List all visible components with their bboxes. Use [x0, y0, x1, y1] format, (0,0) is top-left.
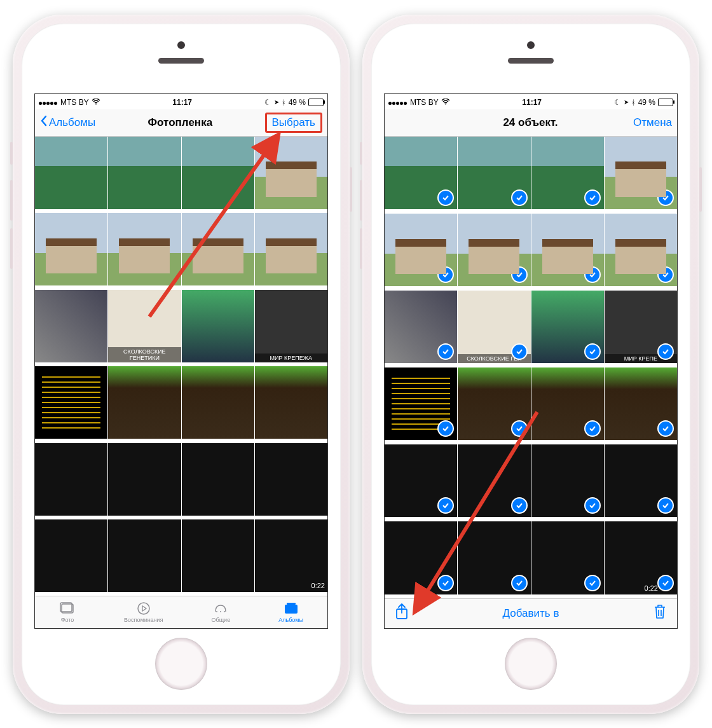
photo-thumb[interactable] — [385, 137, 457, 209]
photo-grid[interactable]: СКОЛКОВСКИЕ ГЕНЕТИКИ МИР КРЕПЕЖА 0:22 — [35, 137, 327, 596]
photo-thumb[interactable]: СКОЛКОВСКИЕ ГЕН — [458, 291, 530, 363]
svg-point-5 — [220, 611, 221, 612]
photo-thumb[interactable] — [255, 443, 327, 516]
photo-thumb[interactable] — [182, 290, 254, 362]
photo-thumb[interactable] — [458, 137, 530, 209]
photo-thumb[interactable] — [108, 137, 181, 209]
photo-thumb[interactable] — [605, 214, 677, 286]
check-icon — [584, 497, 601, 514]
home-button[interactable] — [505, 638, 557, 690]
photo-thumb[interactable] — [35, 137, 107, 209]
photo-thumb[interactable] — [531, 367, 604, 440]
check-icon — [437, 420, 454, 437]
nav-bar: Альбомы Фотопленка Выбрать — [35, 109, 327, 137]
photo-thumb[interactable] — [35, 519, 107, 592]
shared-tab-icon — [212, 601, 229, 615]
moon-icon: ☾ — [264, 98, 271, 107]
tab-label: Фото — [61, 617, 74, 623]
delete-button[interactable] — [653, 603, 667, 623]
photos-tab-icon — [59, 601, 76, 615]
photo-thumb[interactable] — [531, 521, 604, 594]
check-icon — [511, 575, 528, 591]
wifi-icon — [441, 98, 450, 107]
battery-icon — [658, 99, 673, 106]
check-icon — [437, 266, 454, 283]
photo-thumb[interactable] — [108, 366, 181, 439]
select-button[interactable]: Выбрать — [265, 113, 322, 133]
photo-thumb[interactable] — [255, 366, 327, 439]
bluetooth-icon: ᚼ — [282, 99, 286, 106]
photo-thumb[interactable] — [531, 214, 604, 286]
check-icon — [437, 343, 454, 360]
photo-thumb[interactable]: МИР КРЕПЕ — [605, 291, 677, 363]
photo-grid[interactable]: СКОЛКОВСКИЕ ГЕН МИР КРЕПЕ 0:22 — [385, 137, 677, 598]
photo-thumb[interactable] — [605, 137, 677, 209]
check-icon — [657, 497, 674, 514]
photo-thumb[interactable] — [385, 214, 457, 286]
phone-mockup-left: MTS BY 11:17 ☾ ➤ ᚼ 49 % Альбомы Фот — [13, 15, 350, 714]
photo-thumb[interactable]: 0:22 — [605, 521, 677, 594]
screen-left: MTS BY 11:17 ☾ ➤ ᚼ 49 % Альбомы Фот — [34, 93, 328, 629]
check-icon — [511, 343, 528, 360]
share-button[interactable] — [395, 603, 409, 624]
photo-thumb[interactable] — [108, 213, 181, 285]
tab-shared[interactable]: Общие — [212, 601, 231, 623]
home-button[interactable] — [155, 638, 207, 690]
photo-thumb[interactable] — [35, 366, 107, 439]
photo-thumb[interactable] — [182, 443, 254, 516]
back-button[interactable]: Альбомы — [40, 115, 95, 130]
photo-thumb[interactable] — [385, 444, 457, 517]
photo-thumb[interactable]: МИР КРЕПЕЖА — [255, 290, 327, 362]
photo-thumb[interactable] — [458, 444, 530, 517]
photo-thumb[interactable] — [182, 519, 254, 592]
photo-thumb[interactable] — [108, 519, 181, 592]
back-label: Альбомы — [49, 116, 95, 129]
photo-thumb[interactable] — [385, 521, 457, 594]
thumb-caption: СКОЛКОВСКИЕ ГЕНЕТИКИ — [108, 347, 181, 362]
check-icon — [437, 189, 454, 206]
toolbar: Добавить в — [385, 598, 677, 628]
photo-thumb[interactable] — [605, 444, 677, 517]
add-to-button[interactable]: Добавить в — [503, 607, 559, 620]
photo-thumb[interactable] — [182, 366, 254, 439]
tab-albums[interactable]: Альбомы — [278, 601, 303, 623]
tab-label: Альбомы — [278, 617, 303, 623]
photo-thumb[interactable] — [531, 291, 604, 363]
check-icon — [657, 575, 674, 591]
photo-thumb[interactable] — [605, 367, 677, 440]
check-icon — [584, 266, 601, 283]
signal-dots-icon — [39, 98, 58, 107]
photo-thumb[interactable] — [531, 137, 604, 209]
carrier-label: MTS BY — [60, 98, 89, 107]
svg-point-10 — [445, 103, 446, 104]
photo-thumb[interactable] — [35, 443, 107, 516]
tab-memories[interactable]: Воспоминания — [124, 601, 163, 623]
photo-thumb[interactable] — [182, 213, 254, 285]
location-icon: ➤ — [274, 99, 279, 106]
check-icon — [657, 189, 674, 206]
photo-thumb[interactable] — [255, 213, 327, 285]
photo-thumb[interactable] — [35, 213, 107, 285]
photo-thumb[interactable] — [385, 367, 457, 440]
check-icon — [511, 266, 528, 283]
status-time: 11:17 — [172, 98, 192, 107]
check-icon — [511, 189, 528, 206]
photo-thumb[interactable] — [182, 137, 254, 209]
photo-thumb[interactable] — [458, 214, 530, 286]
photo-thumb[interactable] — [458, 521, 530, 594]
photo-thumb[interactable] — [458, 367, 530, 440]
photo-thumb[interactable] — [385, 291, 457, 363]
tab-bar: Фото Воспоминания Общие Альбомы — [35, 596, 327, 628]
svg-rect-7 — [285, 605, 298, 614]
nav-bar: 24 объект. Отмена — [385, 109, 677, 137]
photo-thumb[interactable]: 0:22 — [255, 519, 327, 592]
photo-thumb[interactable] — [35, 290, 107, 362]
photo-thumb[interactable] — [255, 137, 327, 209]
signal-dots-icon — [388, 98, 407, 107]
check-icon — [437, 575, 454, 591]
cancel-button[interactable]: Отмена — [633, 116, 672, 129]
photo-thumb[interactable] — [108, 443, 181, 516]
photo-thumb[interactable] — [531, 444, 604, 517]
photo-thumb[interactable]: СКОЛКОВСКИЕ ГЕНЕТИКИ — [108, 290, 181, 362]
tab-photos[interactable]: Фото — [59, 601, 76, 623]
